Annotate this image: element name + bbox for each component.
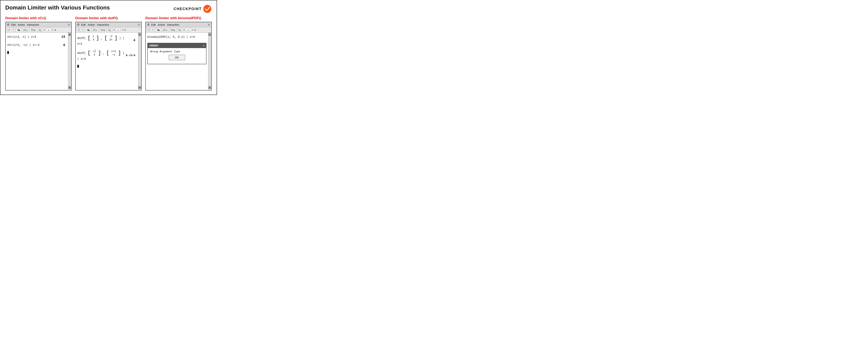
gear-icon-ncr[interactable]: ⚙ bbox=[7, 23, 9, 26]
error-ok-button[interactable]: OK bbox=[169, 55, 185, 60]
close-icon-dotp[interactable]: ✕ bbox=[138, 23, 140, 26]
expr-binomialpdf-1: binomialPDF(x, 5, 0.2) | x=4 bbox=[147, 35, 200, 39]
sections-row: Domain limiter with nCr() ⚙ Edit Action … bbox=[5, 16, 212, 90]
toolbar-down-arrow-ncr[interactable]: ▼ bbox=[43, 28, 45, 31]
calc-menu-binomialpdf: Edit Action Interactive bbox=[151, 23, 206, 26]
matrix-bracket-right-1: ] bbox=[96, 35, 99, 41]
expr-dotp-1: dotP( [ x 3 ] , [ −2 2x bbox=[77, 35, 130, 46]
section-title-binomialpdf: Domain limiter with binomialPDF() bbox=[145, 16, 212, 20]
scrollbar-up-ncr[interactable]: ▲ bbox=[68, 33, 71, 36]
page-header: Domain Limiter with Various Functions CH… bbox=[5, 4, 212, 13]
toolbar-hand-btn-binomialpdf[interactable]: ☚▶ bbox=[155, 28, 161, 32]
toolbar-down-arrow2-ncr[interactable]: ▼ bbox=[52, 28, 54, 31]
matrix2-bracket-right-2: ] bbox=[118, 50, 121, 56]
calc-body-ncr: nCr(x+2, x) | x=4 15 nCr(x^2, −x) | x=−2… bbox=[6, 33, 71, 89]
toolbar-fraction-btn-dotp[interactable]: 0.5→½ bbox=[76, 28, 85, 31]
calc-titlebar-binomialpdf: ⚙ Edit Action Interactive ✕ bbox=[146, 22, 211, 27]
result-dotp-1: 4 bbox=[130, 38, 136, 42]
toolbar-right-arrow-binomialpdf[interactable]: ▶ bbox=[194, 28, 196, 31]
gear-icon-binomialpdf[interactable]: ⚙ bbox=[147, 23, 150, 26]
matrix2-bracket-right-1: ] bbox=[98, 50, 101, 56]
scrollbar-track-dotp[interactable] bbox=[138, 36, 141, 86]
toolbar-axes-btn-ncr[interactable]: ⊥ bbox=[46, 28, 51, 32]
calc-window-ncr: ⚙ Edit Action Interactive ✕ 0.5→½ ☚▶ ∫dx… bbox=[5, 22, 72, 90]
toolbar-intdx-btn-binomialpdf[interactable]: ∫dx∫dx bbox=[162, 28, 169, 31]
menu-action-dotp[interactable]: Action bbox=[88, 23, 95, 26]
scrollbar-down-binomialpdf[interactable]: ▼ bbox=[208, 86, 212, 89]
gear-icon-dotp[interactable]: ⚙ bbox=[77, 23, 80, 26]
toolbar-intdx2-btn-dotp[interactable]: ∫dx bbox=[107, 28, 112, 31]
calc-content-dotp: dotP( [ x 3 ] , [ −2 2x bbox=[76, 33, 138, 89]
calc-body-binomialpdf: binomialPDF(x, 5, 0.2) | x=4 ERROR! ✕ Wr… bbox=[146, 33, 211, 89]
cursor-block-ncr bbox=[7, 51, 9, 54]
toolbar-simp-btn-ncr[interactable]: Simp bbox=[30, 28, 37, 32]
toolbar-hand-btn-dotp[interactable]: ☚▶ bbox=[85, 28, 91, 32]
toolbar-down-arrow2-binomialpdf[interactable]: ▼ bbox=[192, 28, 194, 31]
scrollbar-up-dotp[interactable]: ▲ bbox=[138, 33, 142, 36]
expr-ncr-1: nCr(x+2, x) | x=4 bbox=[7, 35, 60, 39]
matrix2-bracket-left-1: [ bbox=[87, 50, 91, 56]
matrix1-2-row1: −2 bbox=[110, 35, 113, 38]
toolbar-hand-btn-ncr[interactable]: ☚▶ bbox=[16, 28, 22, 32]
matrix2-1-row1: √x bbox=[92, 50, 96, 53]
menu-edit-ncr[interactable]: Edit bbox=[11, 23, 16, 26]
toolbar-intdx2-btn-binomialpdf[interactable]: ∫dx bbox=[177, 28, 182, 31]
calc-content-ncr: nCr(x+2, x) | x=4 15 nCr(x^2, −x) | x=−2… bbox=[6, 33, 68, 89]
matrix1-2: −2 2x bbox=[110, 35, 113, 41]
expr-row-dotp-1: dotP( [ x 3 ] , [ −2 2x bbox=[77, 35, 136, 46]
toolbar-intdx-btn-dotp[interactable]: ∫dx∫dx bbox=[92, 28, 99, 31]
toolbar-right-arrow-ncr[interactable]: ▶ bbox=[55, 28, 57, 31]
toolbar-axes-btn-binomialpdf[interactable]: ⊥ bbox=[186, 28, 191, 32]
menu-interactive-dotp[interactable]: Interactive bbox=[97, 23, 109, 26]
scrollbar-down-ncr[interactable]: ▼ bbox=[68, 86, 71, 89]
toolbar-fraction-btn-binomialpdf[interactable]: 0.5→½ bbox=[147, 28, 155, 31]
calc-content-binomialpdf: binomialPDF(x, 5, 0.2) | x=4 ERROR! ✕ Wr… bbox=[146, 33, 208, 89]
error-ok-row: OK bbox=[150, 53, 204, 62]
sqrt-symbol: √ bbox=[92, 50, 94, 53]
menu-action-ncr[interactable]: Action bbox=[18, 23, 25, 26]
calc-window-binomialpdf: ⚙ Edit Action Interactive ✕ 0.5→½ ☚▶ ∫dx… bbox=[145, 22, 212, 90]
toolbar-fraction-btn-ncr[interactable]: 0.5→½ bbox=[6, 28, 15, 31]
error-body: Wrong Argument Type OK bbox=[148, 48, 206, 64]
svg-point-0 bbox=[203, 5, 211, 13]
matrix2-bracket-left-2: [ bbox=[106, 50, 110, 56]
scrollbar-track-ncr[interactable] bbox=[68, 36, 71, 86]
section-dotp: Domain limiter with dotP() ⚙ Edit Action… bbox=[75, 16, 142, 90]
result-ncr-1: 15 bbox=[60, 35, 66, 39]
toolbar-down-arrow2-dotp[interactable]: ▼ bbox=[122, 28, 124, 31]
menu-edit-binomialpdf[interactable]: Edit bbox=[151, 23, 156, 26]
scrollbar-up-binomialpdf[interactable]: ▲ bbox=[208, 33, 212, 36]
scrollbar-track-binomialpdf[interactable] bbox=[208, 36, 211, 86]
scrollbar-down-dotp[interactable]: ▼ bbox=[138, 86, 142, 89]
toolbar-axes-btn-dotp[interactable]: ⊥ bbox=[116, 28, 121, 32]
matrix1-1-row2: 3 bbox=[92, 38, 94, 41]
checkpoint-logo: CHECKPOINT bbox=[174, 4, 212, 13]
matrix2-1: √x 3 bbox=[92, 50, 96, 57]
expr-ncr-2: nCr(x^2, −x) | x=−2 bbox=[7, 43, 60, 47]
error-close-button[interactable]: ✕ bbox=[203, 44, 205, 47]
error-dialog: ERROR! ✕ Wrong Argument Type OK bbox=[147, 43, 207, 64]
toolbar-simp-btn-binomialpdf[interactable]: Simp bbox=[169, 28, 177, 32]
matrix2-1-row2: 3 bbox=[93, 53, 95, 57]
toolbar-intdx-btn-ncr[interactable]: ∫dx∫dx bbox=[22, 28, 29, 31]
close-icon-binomialpdf[interactable]: ✕ bbox=[208, 23, 210, 26]
matrix-bracket-left-1: [ bbox=[87, 35, 91, 41]
close-icon-ncr[interactable]: ✕ bbox=[68, 23, 70, 26]
error-title: ERROR! bbox=[149, 44, 159, 47]
scrollbar-ncr: ▲ ▼ bbox=[68, 33, 71, 89]
toolbar-right-arrow-dotp[interactable]: ▶ bbox=[124, 28, 126, 31]
menu-action-binomialpdf[interactable]: Action bbox=[158, 23, 165, 26]
matrix1-1-row1: x bbox=[92, 35, 94, 38]
toolbar-down-arrow-binomialpdf[interactable]: ▼ bbox=[183, 28, 185, 31]
toolbar-intdx2-btn-ncr[interactable]: ∫dx bbox=[37, 28, 42, 31]
matrix1-1: x 3 bbox=[92, 35, 94, 41]
toolbar-down-arrow-dotp[interactable]: ▼ bbox=[113, 28, 115, 31]
expr-row-ncr-1: nCr(x+2, x) | x=4 15 bbox=[7, 35, 66, 39]
menu-edit-dotp[interactable]: Edit bbox=[81, 23, 86, 26]
calc-window-dotp: ⚙ Edit Action Interactive ✕ 0.5→½ ☚▶ ∫dx… bbox=[75, 22, 142, 90]
menu-interactive-binomialpdf[interactable]: Interactive bbox=[167, 23, 179, 26]
page-title: Domain Limiter with Various Functions bbox=[5, 4, 110, 11]
toolbar-simp-btn-dotp[interactable]: Simp bbox=[99, 28, 106, 32]
expr-row-binomialpdf-1: binomialPDF(x, 5, 0.2) | x=4 bbox=[147, 35, 207, 39]
menu-interactive-ncr[interactable]: Interactive bbox=[27, 23, 39, 26]
